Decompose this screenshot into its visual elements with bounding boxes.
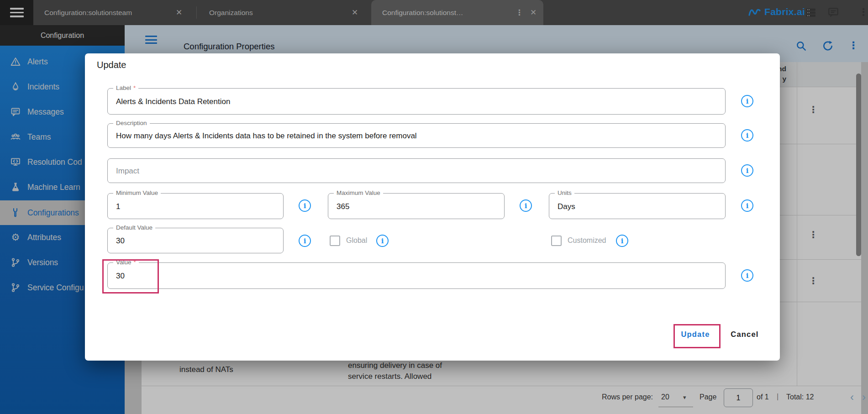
value-field[interactable]: Value* [107,262,726,289]
default-value-input[interactable] [115,228,278,254]
info-icon[interactable]: i [741,199,753,212]
info-icon[interactable]: i [299,199,311,212]
global-checkbox-label: Global [346,236,367,245]
minimum-value-field[interactable]: Minimum Value [107,193,284,219]
annotation-rect-value-field [102,259,159,293]
maximum-value-input[interactable] [336,194,499,220]
maximum-value-field[interactable]: Maximum Value [328,193,505,219]
info-icon[interactable]: i [616,235,628,247]
impact-field[interactable] [107,158,726,183]
update-dialog: Update Label* i Description i i Minimum … [85,53,780,361]
value-input[interactable] [115,263,720,289]
customized-checkbox-label: Customized [568,236,606,245]
description-input[interactable] [115,124,720,148]
dialog-title: Update [97,60,126,70]
info-icon[interactable]: i [741,164,753,177]
info-icon[interactable]: i [741,269,753,282]
info-icon[interactable]: i [741,129,753,141]
label-input[interactable] [115,89,720,115]
label-field[interactable]: Label* [107,88,726,115]
customized-checkbox[interactable] [551,236,562,246]
annotation-rect-update-button [673,324,721,348]
app-root: Configuration:solutionsteam ✕ Organizati… [0,0,868,414]
info-icon[interactable]: i [299,235,311,247]
info-icon[interactable]: i [520,199,532,212]
units-input[interactable] [557,194,720,220]
default-value-field[interactable]: Default Value [107,228,284,253]
units-field[interactable]: Units [549,193,726,219]
minimum-value-input[interactable] [115,194,278,220]
impact-input[interactable] [115,159,720,183]
cancel-button[interactable]: Cancel [724,330,765,341]
description-field[interactable]: Description [107,123,726,148]
info-icon[interactable]: i [376,235,389,247]
info-icon[interactable]: i [741,95,753,107]
global-checkbox[interactable] [330,236,340,246]
